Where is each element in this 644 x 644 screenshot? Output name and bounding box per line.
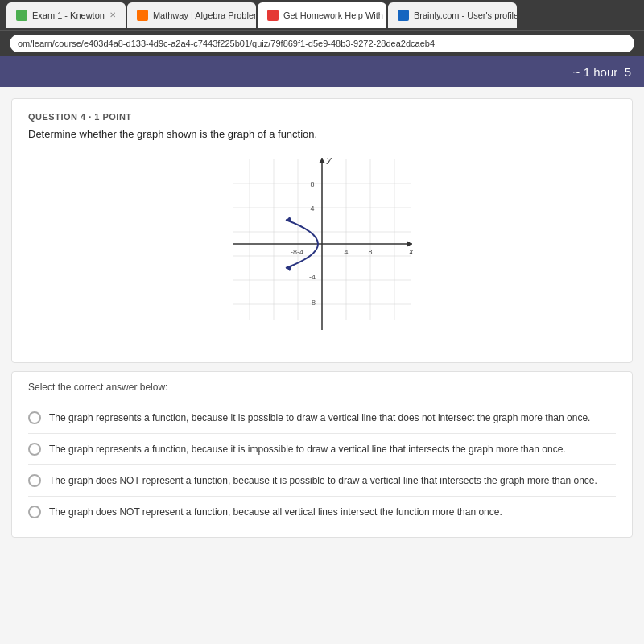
tab-close-exam1[interactable]: ✕: [109, 10, 116, 19]
function-graph: x y -8 -4 4 8 8 4 -4 -8: [225, 151, 419, 336]
browser-tabs: Exam 1 - Knewton ✕ Mathway | Algebra Pro…: [0, 0, 644, 31]
y-tick-4: 4: [310, 204, 314, 213]
x-tick-4: 4: [344, 248, 348, 256]
x-tick-neg8: -8: [291, 248, 297, 256]
answer-option-3[interactable]: The graph does NOT represent a function,…: [28, 465, 616, 497]
tab-icon-brainly: [398, 10, 409, 21]
answer-option-2[interactable]: The graph represents a function, because…: [28, 434, 616, 465]
radio-3[interactable]: [28, 474, 41, 487]
answer-option-4[interactable]: The graph does NOT represent a function,…: [28, 497, 616, 527]
tab-exam1[interactable]: Exam 1 - Knewton ✕: [6, 2, 126, 28]
timer-bar: ~ 1 hour 5: [0, 56, 644, 87]
y-axis-label: y: [326, 155, 332, 164]
option-text-4: The graph does NOT represent a function,…: [49, 505, 502, 519]
x-axis-label: x: [408, 246, 414, 256]
option-text-1: The graph represents a function, because…: [49, 411, 590, 425]
option-text-3: The graph does NOT represent a function,…: [49, 473, 597, 488]
tab-brainly[interactable]: Brainly.com - User's profile ... ✕: [388, 2, 517, 28]
question-label: QUESTION 4 · 1 POINT: [28, 112, 616, 122]
x-tick-8: 8: [368, 248, 372, 256]
address-bar-row: om/learn/course/e403d4a8-d133-4d9c-a2a4-…: [0, 31, 644, 56]
tab-icon-exam1: [16, 10, 27, 21]
radio-1[interactable]: [28, 411, 41, 424]
question-text: Determine whether the graph shown is the…: [28, 128, 616, 140]
answers-card: Select the correct answer below: The gra…: [11, 371, 633, 538]
tab-label-mathway: Mathway | Algebra Problem S...: [153, 10, 256, 20]
tab-mathway[interactable]: Mathway | Algebra Problem S... ✕: [127, 2, 256, 28]
timer-label: ~ 1 hour: [573, 65, 617, 79]
content-wrapper: QUESTION 4 · 1 POINT Determine whether t…: [0, 87, 644, 644]
radio-2[interactable]: [28, 443, 41, 456]
option-text-2: The graph represents a function, because…: [49, 442, 566, 456]
tab-label-exam1: Exam 1 - Knewton: [32, 10, 105, 20]
timer-suffix: 5: [625, 65, 631, 79]
tab-icon-mathway: [137, 10, 148, 21]
select-label: Select the correct answer below:: [28, 382, 616, 393]
address-text: om/learn/course/e403d4a8-d133-4d9c-a2a4-…: [18, 39, 435, 48]
y-tick-neg4: -4: [309, 273, 316, 281]
y-tick-neg8: -8: [309, 299, 316, 307]
answer-option-1[interactable]: The graph represents a function, because…: [28, 402, 616, 434]
tab-icon-chegg: [267, 10, 279, 21]
radio-4[interactable]: [28, 506, 41, 518]
tab-chegg[interactable]: Get Homework Help With Che... ✕: [258, 2, 386, 28]
question-card: QUESTION 4 · 1 POINT Determine whether t…: [11, 98, 633, 363]
tab-label-chegg: Get Homework Help With Che...: [283, 10, 386, 20]
address-bar[interactable]: om/learn/course/e403d4a8-d133-4d9c-a2a4-…: [10, 35, 634, 52]
graph-container: x y -8 -4 4 8 8 4 -4 -8: [28, 151, 616, 336]
tabs-container: Exam 1 - Knewton ✕ Mathway | Algebra Pro…: [6, 2, 638, 28]
y-axis-arrow: [319, 158, 325, 163]
x-tick-neg4: -4: [297, 248, 303, 256]
tab-label-brainly: Brainly.com - User's profile ...: [414, 10, 517, 20]
y-tick-8: 8: [310, 180, 314, 188]
